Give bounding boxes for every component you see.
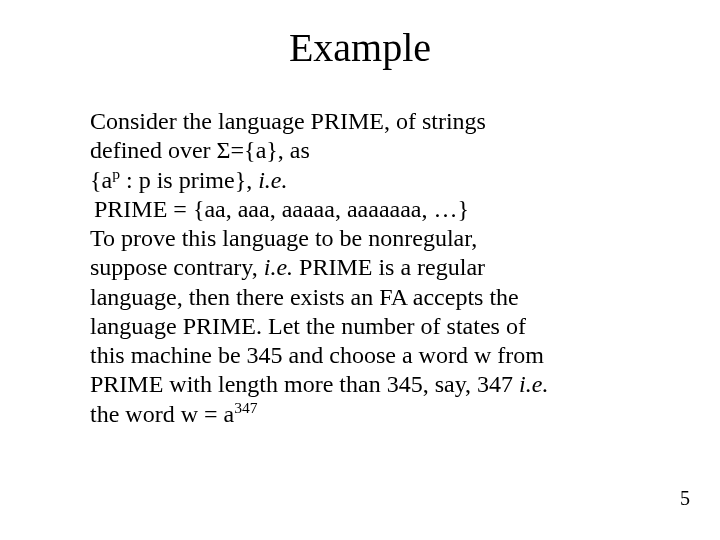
slide-title: Example: [90, 24, 630, 71]
page-number: 5: [680, 487, 690, 510]
italic-text: i.e.: [264, 254, 293, 280]
text-line: language PRIME. Let the number of states…: [90, 313, 526, 339]
italic-text: i.e.: [258, 167, 287, 193]
text-line: suppose contrary,: [90, 254, 264, 280]
slide: Example Consider the language PRIME, of …: [0, 0, 720, 540]
text-line: this machine be 345 and choose a word w …: [90, 342, 544, 368]
sigma-symbol: Σ: [217, 137, 231, 163]
text-line: language, then there exists an FA accept…: [90, 284, 519, 310]
text-line: PRIME with length more than 345, say, 34…: [90, 371, 519, 397]
text-line: the word w = a: [90, 401, 234, 427]
text-line: PRIME is a regular: [293, 254, 485, 280]
superscript: p: [112, 165, 120, 182]
italic-text: i.e.: [519, 371, 548, 397]
text-line: PRIME = {aa, aaa, aaaaa, aaaaaaa, …}: [94, 196, 469, 222]
slide-body: Consider the language PRIME, of strings …: [90, 107, 630, 429]
text-line: {a: [90, 167, 112, 193]
text-line: Consider the language PRIME, of strings: [90, 108, 486, 134]
text-line: To prove this language to be nonregular,: [90, 225, 477, 251]
text-line: : p is prime},: [120, 167, 258, 193]
superscript: 347: [234, 399, 257, 416]
text-line: ={a}, as: [231, 137, 310, 163]
text-line: defined over: [90, 137, 217, 163]
